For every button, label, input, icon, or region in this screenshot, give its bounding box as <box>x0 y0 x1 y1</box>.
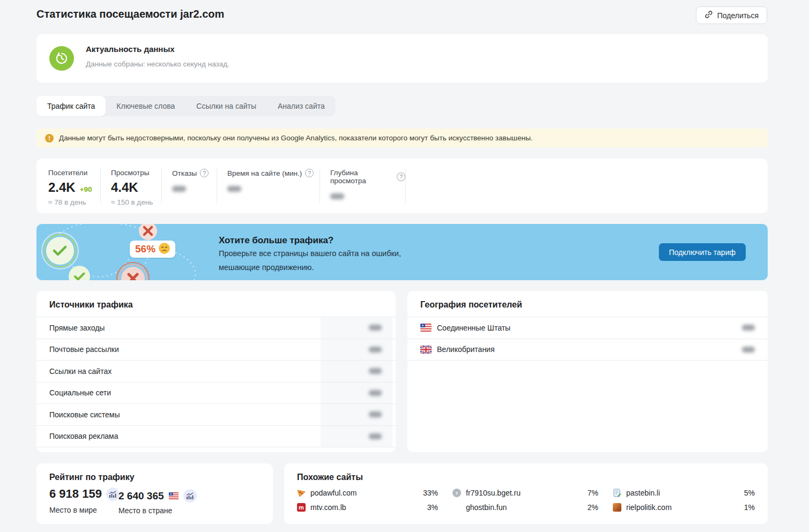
rank-chart-icon <box>183 489 197 503</box>
source-label: Поисковые системы <box>49 410 120 419</box>
us-flag-icon <box>168 492 179 499</box>
source-row-referral: Ссылки на сайтах <box>36 361 396 383</box>
empty-favicon-placeholder <box>452 503 461 512</box>
geography-list: Соединенные Штаты Великобритания <box>407 317 768 361</box>
similar-site-mtv: m mtv.com.lb 3% <box>297 501 438 513</box>
freshness-subtitle: Данные собраны: несколько секунд назад. <box>86 60 229 68</box>
metric-views-label: Просмотры <box>111 169 149 177</box>
similar-site-domain[interactable]: rielpolitik.com <box>626 503 672 512</box>
connect-plan-button[interactable]: Подключить тариф <box>659 243 746 261</box>
share-button-label: Поделиться <box>717 11 759 20</box>
traffic-stats-page: Статистика посещаемости jar2.com Поделит… <box>0 0 809 532</box>
similar-site-domain[interactable]: pastebin.li <box>626 489 660 497</box>
error-percent-value: 56% <box>135 243 155 255</box>
similar-site-domain[interactable]: fr7910su.bget.ru <box>466 489 521 497</box>
similar-site-percent: 2% <box>588 503 598 512</box>
similar-site-domain[interactable]: mtv.com.lb <box>310 503 346 512</box>
country-rank-label: Место в стране <box>118 506 197 515</box>
metric-time-on-site-label: Время на сайте (мин.) <box>227 169 302 177</box>
source-row-search: Поисковые системы <box>36 404 396 426</box>
blurred-value <box>227 186 241 192</box>
world-rank-value: 6 918 159 <box>49 487 102 501</box>
geography-title: География посетителей <box>420 300 522 310</box>
metric-visitors: Посетители 2.4K +90 ≈ 78 в день <box>36 169 101 203</box>
source-row-ads: Поисковая реклама <box>36 426 396 448</box>
source-label: Ссылки на сайтах <box>49 367 112 376</box>
blurred-value <box>742 347 755 353</box>
similar-site-domain[interactable]: podawful.com <box>310 489 357 497</box>
error-percent-badge: 56% <box>130 241 175 258</box>
country-label: Великобритания <box>437 345 495 354</box>
metric-views: Просмотры 4.4K ≈ 150 в день <box>101 169 162 203</box>
pizza-favicon <box>297 489 306 497</box>
visitor-geography-card: География посетителей Соединенные Штаты <box>407 291 768 452</box>
orange-texture-favicon <box>613 503 621 512</box>
traffic-sources-title: Источники трафика <box>49 300 133 310</box>
similar-site-ghostbin: ghostbin.fun 2% <box>452 501 598 513</box>
traffic-rating-title: Рейтинг по трафику <box>49 473 135 482</box>
tab-site-traffic[interactable]: Трафик сайта <box>36 96 106 116</box>
red-m-favicon: m <box>297 503 306 512</box>
traffic-sources-list: Прямые заходы Почтовые рассылки Ссылки н… <box>36 317 396 447</box>
metric-visitors-delta: +90 <box>80 185 92 193</box>
blurred-value <box>369 390 382 396</box>
similar-site-percent: 3% <box>427 503 438 512</box>
gb-flag-icon <box>420 346 432 354</box>
similar-site-percent: 5% <box>744 489 755 497</box>
metric-visitors-label: Посетители <box>48 169 87 177</box>
us-flag-icon <box>420 324 432 332</box>
document-pencil-favicon <box>613 489 621 497</box>
rank-chart-icon <box>106 488 120 501</box>
similar-sites-grid: podawful.com 33% › fr7910su.bget.ru 7% <box>297 487 755 513</box>
source-row-email: Почтовые рассылки <box>36 339 396 361</box>
similar-site-percent: 33% <box>423 489 438 497</box>
help-icon[interactable]: ? <box>397 173 405 181</box>
promo-decoration-art <box>36 224 219 280</box>
metric-visitors-per-day: ≈ 78 в день <box>48 198 100 206</box>
metric-bounces: Отказы ? <box>162 169 217 203</box>
metric-views-value: 4.4K <box>111 180 138 195</box>
similar-site-rielpolitik: rielpolitik.com 1% <box>613 501 755 513</box>
blurred-value <box>369 411 382 417</box>
country-label: Соединенные Штаты <box>437 324 510 332</box>
metric-bounces-label: Отказы <box>172 169 197 177</box>
source-label: Прямые заходы <box>49 324 105 332</box>
help-icon[interactable]: ? <box>305 169 314 177</box>
blurred-value <box>742 325 755 331</box>
promo-text-line1: Проверьте все страницы вашего сайта на о… <box>219 249 401 258</box>
metric-views-per-day: ≈ 150 в день <box>111 198 161 206</box>
country-rank-value: 2 640 365 <box>118 490 164 502</box>
share-button[interactable]: Поделиться <box>696 6 767 24</box>
section-tabs: Трафик сайта Ключевые слова Ссылки на са… <box>36 96 336 116</box>
metric-time-on-site: Время на сайте (мин.) ? <box>217 169 320 203</box>
blurred-value <box>369 325 382 331</box>
geo-row-united-states: Соединенные Штаты <box>407 317 768 339</box>
world-rank-block: 6 918 159 Место в мире <box>49 487 120 514</box>
source-row-direct: Прямые заходы <box>36 317 396 339</box>
similar-sites-card: Похожие сайты podawful.com 33% › fr7910s… <box>284 463 768 524</box>
similar-site-pastebin: pastebin.li 5% <box>613 487 755 499</box>
metric-visitors-value: 2.4K <box>48 180 76 195</box>
tab-keywords[interactable]: Ключевые слова <box>106 96 185 116</box>
similar-site-fr7910su: › fr7910su.bget.ru 7% <box>452 487 598 499</box>
source-label: Поисковая реклама <box>49 432 118 440</box>
similar-site-domain[interactable]: ghostbin.fun <box>466 503 507 512</box>
help-icon[interactable]: ? <box>200 169 209 177</box>
traffic-rating-card: Рейтинг по трафику 6 918 159 Место в мир… <box>36 463 273 524</box>
warning-text: Данные могут быть недостоверными, поскол… <box>59 134 533 142</box>
source-label: Почтовые рассылки <box>49 345 119 354</box>
promo-banner: 56% Хотите больше трафика? Проверьте все… <box>36 224 768 280</box>
metric-view-depth: Глубина просмотра ? <box>320 169 406 203</box>
geo-row-united-kingdom: Великобритания <box>407 339 768 361</box>
blurred-value <box>172 186 186 192</box>
country-rank-block: 2 640 365 <box>118 489 197 515</box>
source-label: Социальные сети <box>49 388 111 397</box>
tab-site-analysis[interactable]: Анализ сайта <box>267 96 336 116</box>
freshness-title: Актуальность данных <box>86 44 175 54</box>
data-freshness-card: Актуальность данных Данные собраны: неск… <box>36 34 768 83</box>
similar-site-podawful: podawful.com 33% <box>297 487 438 499</box>
similar-site-percent: 1% <box>744 503 755 512</box>
world-rank-label: Место в мире <box>49 506 120 514</box>
link-icon <box>704 10 713 20</box>
tab-backlinks[interactable]: Ссылки на сайты <box>185 96 267 116</box>
